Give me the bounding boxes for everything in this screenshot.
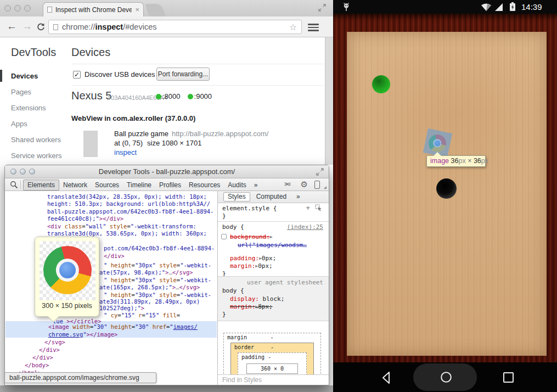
resource-link[interactable]: images/ bbox=[173, 323, 198, 330]
code-line[interactable]: </div> bbox=[39, 346, 60, 354]
page-geometry: at (0, 75)size 1080 × 1701 bbox=[114, 139, 201, 147]
styles-tab-more[interactable]: » bbox=[292, 193, 304, 201]
code-line[interactable]: ball-puzzle.appspot.com/642ec0b3-fb8f-4e… bbox=[47, 208, 213, 215]
code-line[interactable]: 102527deg);"> bbox=[99, 305, 144, 312]
resource-link[interactable]: chrome.svg bbox=[48, 331, 83, 338]
code-token: </div> bbox=[32, 354, 53, 361]
code-token: "15" bbox=[145, 312, 159, 318]
code-line[interactable]: height: 510.3px; background: url(blob:ht… bbox=[47, 200, 210, 208]
code-line[interactable]: " height="30px" style="-webkit- bbox=[104, 277, 211, 284]
android-nav-bar bbox=[333, 362, 557, 392]
back-button[interactable] bbox=[380, 371, 394, 385]
device-name: Nexus 5 bbox=[71, 89, 111, 102]
code-token: </svg> bbox=[44, 339, 65, 345]
code-token: " bbox=[104, 292, 111, 298]
styles-tab-computed[interactable]: Computed bbox=[252, 193, 290, 201]
code-token: 102527deg);" bbox=[99, 305, 141, 311]
code-token: ></image> bbox=[87, 331, 118, 338]
home-button[interactable] bbox=[440, 371, 453, 384]
code-line[interactable]: </body> bbox=[25, 362, 49, 369]
sidebar-item-extensions[interactable]: Extensions bbox=[0, 100, 66, 116]
code-line[interactable]: <image width="30" height="30" href="imag… bbox=[48, 323, 198, 331]
code-token: style bbox=[159, 292, 177, 298]
code-line[interactable]: </div> bbox=[32, 354, 53, 361]
code-token: href bbox=[153, 323, 166, 330]
stylesheet-source-link[interactable]: (index):25 bbox=[287, 223, 323, 231]
code-line[interactable]: <div class="wall" style="-webkit-transfo… bbox=[47, 223, 196, 230]
code-line[interactable]: </svg> bbox=[44, 339, 65, 346]
forward-button[interactable]: → bbox=[22, 20, 32, 32]
image-preview-tooltip: 300 × 150 pixels bbox=[35, 237, 99, 317]
reload-button[interactable] bbox=[36, 23, 46, 32]
discover-usb-checkbox[interactable]: ✓ bbox=[73, 71, 81, 79]
css-property-background[interactable]: background:▶ bbox=[230, 233, 273, 240]
code-token: height bbox=[111, 277, 132, 283]
green-status-dot bbox=[156, 94, 161, 99]
styles-tab-styles[interactable]: Styles bbox=[223, 192, 250, 201]
screen: Inspect with Chrome Devel × ← → chrome:/… bbox=[0, 0, 557, 392]
code-line[interactable]: chrome.svg"></image> bbox=[48, 331, 117, 338]
body-rule-selector[interactable]: body { bbox=[222, 223, 244, 231]
code-line[interactable]: </div> bbox=[104, 253, 125, 260]
inspect-link[interactable]: inspect bbox=[114, 148, 137, 156]
divider bbox=[218, 221, 329, 222]
new-style-rule-icon[interactable]: + bbox=[306, 204, 310, 211]
styles-panel: StylesComputed» element.style { + } body… bbox=[217, 191, 329, 385]
page-thumbnail bbox=[83, 131, 98, 157]
element-style-selector[interactable]: element.style { bbox=[222, 205, 277, 212]
sidebar-item-service-workers[interactable]: Service workers bbox=[0, 148, 66, 164]
box-model-padding[interactable]: padding - 360 × 0 bbox=[238, 352, 307, 376]
box-model-content[interactable]: 360 × 0 bbox=[246, 363, 298, 374]
code-line[interactable]: pot.com/642ec0b3-fb8f-4ee1-8894- bbox=[104, 245, 215, 252]
recents-button[interactable] bbox=[502, 371, 515, 384]
port-forwarding-button[interactable]: Port forwarding... bbox=[156, 68, 210, 81]
code-token: ate3d(311.89px, 28.49px, 0px) bbox=[99, 298, 200, 305]
code-line[interactable]: ate(57px, 98.4px);">…</svg> bbox=[99, 269, 193, 276]
new-tab-button[interactable] bbox=[145, 4, 165, 16]
code-token: width bbox=[72, 323, 90, 330]
css-property-margin-overridden[interactable]: margin:▶8px; bbox=[230, 303, 273, 310]
code-token: translate3d(342px, 28.35px, 0px); width:… bbox=[47, 193, 207, 200]
url-bar[interactable]: chrome://inspect/#devices ☆ bbox=[48, 20, 302, 34]
code-line[interactable]: fee461cc40c8);"></div> bbox=[47, 215, 123, 222]
sidebar-item-shared-workers[interactable]: Shared workers bbox=[0, 132, 66, 148]
css-value-background[interactable]: url("images/woodsm… bbox=[238, 242, 307, 249]
sidebar-item-devices[interactable]: Devices bbox=[0, 68, 66, 84]
sidebar-item-pages[interactable]: Pages bbox=[0, 84, 66, 100]
code-token: ate(57px, 98.4px);" bbox=[99, 269, 165, 276]
property-enable-checkbox[interactable] bbox=[221, 234, 227, 239]
scrollbar[interactable] bbox=[325, 37, 333, 165]
green-ball[interactable] bbox=[372, 75, 390, 93]
webview-heading: WebView in com.alex.roller (37.0.0.0) bbox=[71, 114, 195, 122]
expand-window-icon[interactable] bbox=[318, 3, 327, 12]
bookmark-star-icon[interactable]: ☆ bbox=[289, 22, 297, 32]
code-token: "-webkit- bbox=[180, 277, 211, 283]
box-model-border[interactable]: border - padding - 360 × 0 bbox=[230, 343, 314, 376]
sidebar-item-apps[interactable]: Apps bbox=[0, 116, 66, 132]
back-button[interactable]: ← bbox=[7, 20, 17, 32]
browser-tab[interactable]: Inspect with Chrome Devel × bbox=[43, 2, 144, 16]
usb-debugging-icon bbox=[341, 2, 351, 12]
window-zoom-button[interactable] bbox=[24, 5, 31, 12]
pick-element-icon[interactable] bbox=[315, 204, 322, 211]
menu-icon[interactable] bbox=[308, 24, 319, 33]
code-token: " bbox=[104, 312, 111, 318]
box-model-diagram: margin - border - padding - 360 × 0 bbox=[223, 332, 321, 376]
body-rule-selector[interactable]: body { bbox=[222, 287, 244, 294]
code-token: </svg> bbox=[179, 284, 200, 290]
css-property-display[interactable]: display: block; bbox=[230, 295, 284, 303]
tab-close-icon[interactable]: × bbox=[135, 7, 139, 13]
code-line[interactable]: " cy="15" r="15" fill= bbox=[104, 312, 180, 319]
find-styles-input[interactable]: Find in Styles bbox=[218, 374, 329, 385]
window-minimize-button[interactable] bbox=[14, 5, 21, 12]
code-token: <image bbox=[48, 323, 72, 330]
box-model-margin[interactable]: margin - border - padding - 360 × 0 bbox=[223, 333, 321, 376]
code-token: <div bbox=[47, 223, 65, 229]
battery-icon bbox=[509, 2, 516, 12]
code-line[interactable]: translate3d(342px, 28.35px, 0px); width:… bbox=[47, 193, 207, 200]
css-property-margin[interactable]: margin:▶0px; bbox=[230, 262, 273, 270]
code-line[interactable]: ate(165px, 268.5px);">…</svg> bbox=[99, 284, 200, 291]
code-line[interactable]: " height="30px" style="-webkit- bbox=[104, 262, 211, 269]
window-close-button[interactable] bbox=[4, 5, 11, 12]
css-property-padding[interactable]: padding:▶0px; bbox=[230, 255, 276, 262]
